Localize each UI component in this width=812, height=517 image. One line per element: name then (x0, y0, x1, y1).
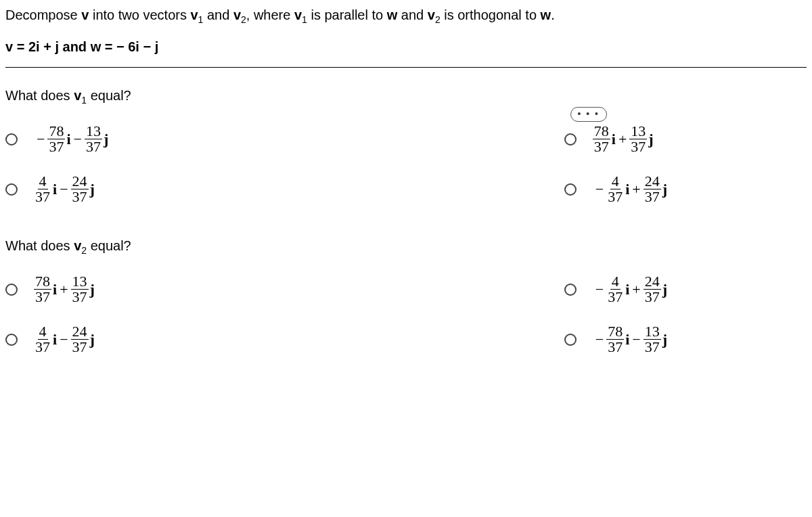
question-2: What does v2 equal? 7837 i + 1337 j 437 … (5, 238, 807, 371)
formula: − 7837 i − 1337 j (593, 324, 667, 355)
radio-icon (5, 284, 18, 296)
q2-option-a[interactable]: 7837 i + 1337 j (5, 271, 564, 309)
formula: 7837 i + 1337 j (593, 124, 654, 154)
formula: − 437 i + 2437 j (593, 174, 667, 204)
q1-prompt: What does v1 equal? (5, 88, 807, 106)
formula: 7837 i + 1337 j (34, 274, 95, 305)
q2-option-d[interactable]: − 7837 i − 1337 j (564, 321, 807, 359)
radio-icon (5, 183, 18, 196)
radio-icon (5, 334, 18, 346)
radio-icon (5, 133, 18, 145)
q2-option-b[interactable]: − 437 i + 2437 j (564, 271, 807, 309)
radio-icon (564, 334, 577, 346)
q1-option-a[interactable]: − 7837 i − 1337 j (5, 120, 564, 158)
radio-icon (564, 284, 577, 296)
q2-prompt: What does v2 equal? (5, 238, 807, 256)
q1-option-d[interactable]: − 437 i + 2437 j (564, 171, 807, 208)
problem-prompt: Decompose v into two vectors v1 and v2, … (5, 5, 807, 27)
q1-option-b[interactable]: 7837 i + 1337 j (564, 120, 807, 158)
formula: 437 i − 2437 j (34, 174, 95, 204)
more-pill[interactable]: • • • (570, 107, 607, 122)
formula: 437 i − 2437 j (34, 324, 95, 355)
question-1: What does v1 equal? − 7837 i − 1337 j 43… (5, 88, 807, 221)
q1-option-c[interactable]: 437 i − 2437 j (5, 171, 564, 208)
radio-icon (564, 133, 577, 145)
given-vectors: v = 2i + j and w = − 6i − j (5, 39, 807, 55)
radio-icon (564, 183, 577, 196)
divider (5, 67, 807, 68)
formula: − 7837 i − 1337 j (34, 124, 108, 154)
q2-option-c[interactable]: 437 i − 2437 j (5, 321, 564, 359)
formula: − 437 i + 2437 j (593, 274, 667, 305)
